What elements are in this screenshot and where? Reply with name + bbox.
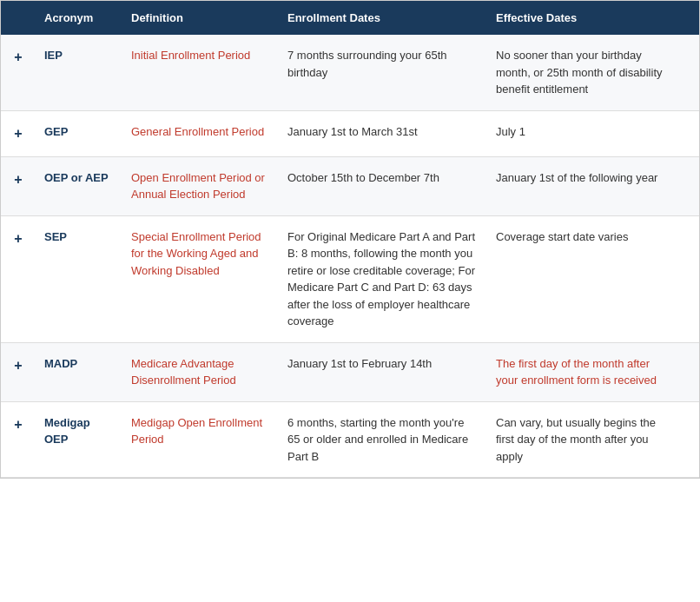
table-row: +OEP or AEPOpen Enrollment Period or Ann… xyxy=(1,157,699,216)
table-body: +IEPInitial Enrollment Period7 months su… xyxy=(1,35,699,478)
row-definition-5: Medigap Open Enrollment Period xyxy=(122,402,279,478)
row-toggle-2[interactable]: + xyxy=(1,157,36,215)
row-toggle-4[interactable]: + xyxy=(1,343,36,401)
row-enrollment-0: 7 months surrounding your 65th birthday xyxy=(279,35,487,110)
row-definition-3: Special Enrollment Period for the Workin… xyxy=(122,216,279,342)
row-enrollment-5: 6 months, starting the month you're 65 o… xyxy=(279,402,487,478)
header-toggle xyxy=(1,1,36,35)
table-row: +MADPMedicare Advantage Disenrollment Pe… xyxy=(1,343,699,402)
row-definition-2: Open Enrollment Period or Annual Electio… xyxy=(122,157,279,215)
row-effective-1: July 1 xyxy=(487,111,678,156)
row-acronym-2: OEP or AEP xyxy=(36,157,122,215)
row-enrollment-3: For Original Medicare Part A and Part B:… xyxy=(279,216,487,342)
row-effective-0: No sooner than your birthday month, or 2… xyxy=(487,35,678,110)
table-row: +GEPGeneral Enrollment PeriodJanuary 1st… xyxy=(1,111,699,157)
row-enrollment-1: January 1st to March 31st xyxy=(279,111,487,156)
header-definition: Definition xyxy=(122,1,279,35)
enrollment-table: Acronym Definition Enrollment Dates Effe… xyxy=(0,0,700,479)
table-row: +IEPInitial Enrollment Period7 months su… xyxy=(1,35,699,111)
row-acronym-4: MADP xyxy=(36,343,122,401)
row-acronym-3: SEP xyxy=(36,216,122,342)
row-acronym-1: GEP xyxy=(36,111,122,156)
row-effective-3: Coverage start date varies xyxy=(487,216,678,342)
header-acronym: Acronym xyxy=(36,1,122,35)
row-toggle-1[interactable]: + xyxy=(1,111,36,156)
row-definition-4: Medicare Advantage Disenrollment Period xyxy=(122,343,279,401)
row-toggle-0[interactable]: + xyxy=(1,35,36,110)
table-row: +Medigap OEPMedigap Open Enrollment Peri… xyxy=(1,402,699,479)
row-acronym-5: Medigap OEP xyxy=(36,402,122,478)
row-enrollment-4: January 1st to February 14th xyxy=(279,343,487,401)
row-definition-0: Initial Enrollment Period xyxy=(122,35,279,110)
row-enrollment-2: October 15th to December 7th xyxy=(279,157,487,215)
row-effective-2: January 1st of the following year xyxy=(487,157,678,215)
row-acronym-0: IEP xyxy=(36,35,122,110)
table-row: +SEPSpecial Enrollment Period for the Wo… xyxy=(1,216,699,343)
row-effective-5: Can vary, but usually begins the first d… xyxy=(487,402,678,478)
table-header: Acronym Definition Enrollment Dates Effe… xyxy=(1,1,699,35)
row-toggle-3[interactable]: + xyxy=(1,216,36,342)
header-effective: Effective Dates xyxy=(487,1,678,35)
row-toggle-5[interactable]: + xyxy=(1,402,36,478)
row-definition-1: General Enrollment Period xyxy=(122,111,279,156)
header-enrollment: Enrollment Dates xyxy=(279,1,487,35)
row-effective-4: The first day of the month after your en… xyxy=(487,343,678,401)
